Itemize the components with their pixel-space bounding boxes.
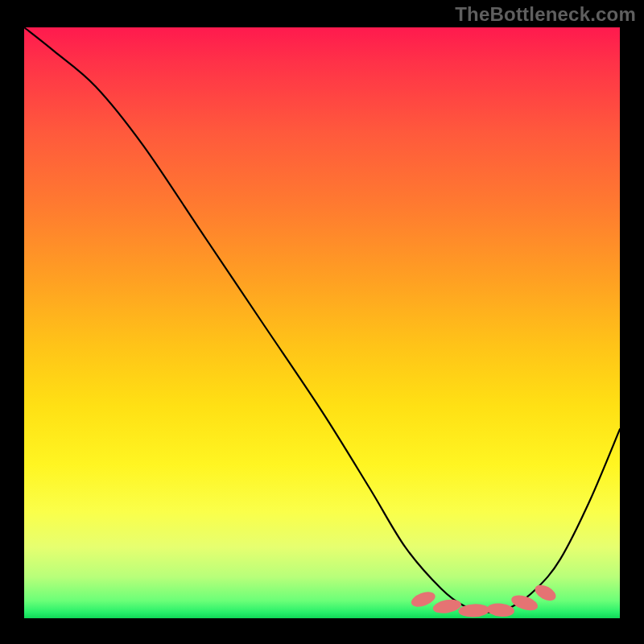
curve-layer xyxy=(24,27,620,618)
plot-area xyxy=(24,27,620,618)
bottleneck-curve xyxy=(24,27,620,613)
chart-frame: TheBottleneck.com xyxy=(0,0,644,644)
highlight-marker xyxy=(409,589,437,610)
highlight-marker xyxy=(432,597,463,615)
highlight-marker xyxy=(532,582,558,604)
watermark-text: TheBottleneck.com xyxy=(455,3,636,26)
highlight-marker xyxy=(486,602,515,618)
highlight-markers xyxy=(409,582,558,618)
